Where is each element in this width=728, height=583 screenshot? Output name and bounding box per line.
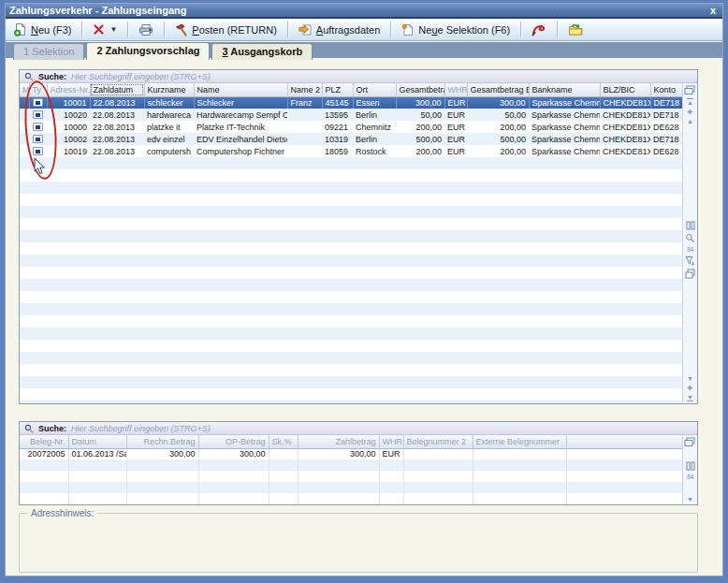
tab-zahlungsvorschlag[interactable]: 2 Zahlungsvorschlag bbox=[86, 42, 210, 60]
empty-grid-row bbox=[20, 255, 682, 267]
column-header[interactable]: Zahldatum bbox=[90, 83, 144, 96]
tab-selektion[interactable]: 1 Selektion bbox=[13, 43, 84, 60]
column-header[interactable]: WHR bbox=[379, 435, 403, 448]
new-button[interactable]: Neu (F3) bbox=[7, 20, 77, 39]
column-header[interactable]: OP-Betrag bbox=[198, 435, 269, 448]
neue-selektion-button[interactable]: Neue Selektion (F6) bbox=[396, 21, 516, 39]
scroll-down-icon[interactable]: ▼ bbox=[687, 496, 693, 503]
scroll-up-icon[interactable]: ▲ bbox=[687, 118, 693, 124]
grid-row[interactable]: 1002022.08.2013hardwarecaHardwarecamp Se… bbox=[20, 109, 682, 121]
insert-row-icon[interactable]: ✚ bbox=[688, 385, 693, 391]
empty-grid-row bbox=[20, 315, 682, 328]
payment-type-icon bbox=[33, 147, 43, 155]
app-window: Zahlungsverkehr - Zahlungseingang x Neu … bbox=[0, 0, 728, 583]
column-chooser-icon[interactable] bbox=[683, 436, 696, 448]
grid-settings-icon[interactable] bbox=[685, 269, 695, 279]
scroll-bottom-icon[interactable]: ▼ bbox=[687, 394, 693, 401]
empty-grid-row bbox=[20, 471, 682, 482]
column-header[interactable]: Ty bbox=[29, 83, 47, 96]
grid-row[interactable]: 1000222.08.2013edv einzelEDV Einzelhande… bbox=[20, 133, 682, 145]
toolbar-separator bbox=[557, 22, 558, 37]
grid-row[interactable]: 2007200501.06.2013 /Sa300,00300,00300,00… bbox=[20, 448, 682, 459]
tab-ausgangskorb[interactable]: 3 Ausgangskorb bbox=[211, 43, 313, 60]
payment-type-icon bbox=[33, 123, 43, 131]
scroll-down-icon[interactable]: ▼ bbox=[687, 375, 693, 382]
column-header[interactable]: Kurzname bbox=[144, 83, 194, 96]
auftragsdaten-button[interactable]: Auftragsdaten bbox=[293, 21, 386, 39]
adresshinweis-groupbox: Adresshinweis: bbox=[19, 513, 698, 573]
empty-grid-row bbox=[20, 279, 682, 291]
printer-icon bbox=[138, 23, 153, 36]
zahlungsvorschlag-grid: Suche: Hier Suchbegriff eingeben (STRG+S… bbox=[19, 69, 698, 404]
column-header[interactable]: Externe Belegnummer bbox=[473, 435, 566, 448]
payment-type-icon bbox=[33, 98, 43, 107]
filter-icon[interactable] bbox=[685, 255, 695, 266]
yellow-folder-icon bbox=[568, 23, 584, 36]
column-header[interactable]: Datum bbox=[68, 435, 126, 448]
empty-grid-row bbox=[20, 388, 682, 401]
empty-grid-row bbox=[20, 352, 682, 364]
empty-grid-row bbox=[20, 242, 682, 255]
toolbar-separator bbox=[287, 22, 288, 37]
column-header[interactable]: Zahlbetrag bbox=[298, 435, 379, 448]
scroll-top-icon[interactable]: ▲ bbox=[687, 98, 693, 106]
column-header[interactable]: Bankname bbox=[529, 83, 600, 96]
posten-button[interactable]: Posten (RETURN) bbox=[169, 21, 282, 39]
new-page-plus-icon bbox=[13, 22, 27, 36]
column-header[interactable]: M bbox=[20, 83, 29, 96]
print-button[interactable] bbox=[133, 21, 159, 39]
payment-type-icon bbox=[33, 110, 43, 119]
grid-row[interactable]: 1000122.08.2013schleckerSchleckerFranz45… bbox=[20, 96, 682, 109]
tab-bar: 1 Selektion 2 Zahlungsvorschlag 3 Ausgan… bbox=[13, 42, 314, 60]
empty-grid-row bbox=[20, 340, 682, 352]
search-icon bbox=[24, 72, 34, 81]
column-header[interactable]: Adress-Nr. bbox=[47, 83, 90, 96]
column-header[interactable]: BLZ/BIC bbox=[600, 83, 650, 96]
column-header[interactable]: Name 2 bbox=[287, 83, 322, 96]
search-label: Suche: bbox=[38, 72, 66, 81]
open-items-table: Beleg-Nr.DatumRechn.BetragOP-BetragSk.%Z… bbox=[20, 435, 682, 504]
search-bar[interactable]: Suche: Hier Suchbegriff eingeben (STRG+S… bbox=[20, 70, 697, 83]
insert-row-icon[interactable]: ✚ bbox=[688, 109, 693, 115]
column-header[interactable]: Belegnummer 2 bbox=[403, 435, 473, 448]
column-header[interactable]: Beleg-Nr. bbox=[20, 435, 68, 448]
dropdown-caret-icon[interactable]: ▼ bbox=[109, 25, 117, 34]
empty-grid-row bbox=[20, 459, 682, 471]
red-whip-icon bbox=[531, 22, 546, 36]
column-chooser-icon[interactable] bbox=[683, 84, 696, 96]
whip-button[interactable] bbox=[526, 20, 552, 39]
order-data-icon bbox=[298, 23, 313, 36]
folder-button[interactable] bbox=[562, 21, 590, 39]
column-header[interactable]: Rechn.Betrag bbox=[126, 435, 198, 448]
split-columns-icon[interactable] bbox=[686, 221, 695, 230]
titlebar: Zahlungsverkehr - Zahlungseingang x bbox=[4, 3, 724, 17]
empty-grid-row bbox=[20, 206, 682, 218]
adresshinweis-label: Adresshinweis: bbox=[27, 508, 97, 518]
grid-row[interactable]: 1000022.08.2013platzke itPlatzke IT-Tech… bbox=[20, 121, 682, 133]
search-rows-icon[interactable] bbox=[685, 233, 695, 243]
empty-grid-row bbox=[20, 303, 682, 315]
goto-row-icon[interactable]: 84 bbox=[687, 474, 693, 480]
grid-body: MTyAdress-Nr.ZahldatumKurznameNameName 2… bbox=[20, 83, 682, 403]
delete-button[interactable]: ▼ bbox=[87, 21, 123, 38]
grid-row[interactable]: 1001922.08.2013computershComputershop Fi… bbox=[20, 145, 682, 157]
column-header[interactable] bbox=[566, 435, 682, 448]
close-button[interactable]: x bbox=[707, 5, 719, 16]
column-header[interactable]: WHR bbox=[444, 83, 467, 96]
column-header[interactable]: PLZ bbox=[322, 83, 353, 96]
search-placeholder: Hier Suchbegriff eingeben (STRG+S) bbox=[71, 424, 211, 433]
split-columns-icon[interactable] bbox=[686, 461, 695, 471]
red-x-icon bbox=[93, 23, 105, 36]
column-header[interactable]: Gesamtbetrag Euro bbox=[467, 83, 529, 96]
column-header[interactable]: Konto bbox=[650, 83, 682, 96]
column-header[interactable]: Ort bbox=[353, 83, 396, 96]
column-header[interactable]: Sk.% bbox=[269, 435, 298, 448]
empty-grid-row bbox=[20, 230, 682, 242]
grid-nav-strip: ▲ ✚ ▲ 84 ▼ ✚ ▼ bbox=[682, 83, 697, 403]
goto-row-icon[interactable]: 84 bbox=[687, 246, 693, 253]
search-bar[interactable]: Suche: Hier Suchbegriff eingeben (STRG+S… bbox=[20, 422, 697, 435]
empty-grid-row bbox=[20, 291, 682, 303]
column-header[interactable]: Gesamtbetrag bbox=[396, 83, 444, 96]
payment-type-icon bbox=[33, 135, 43, 143]
column-header[interactable]: Name bbox=[194, 83, 287, 96]
